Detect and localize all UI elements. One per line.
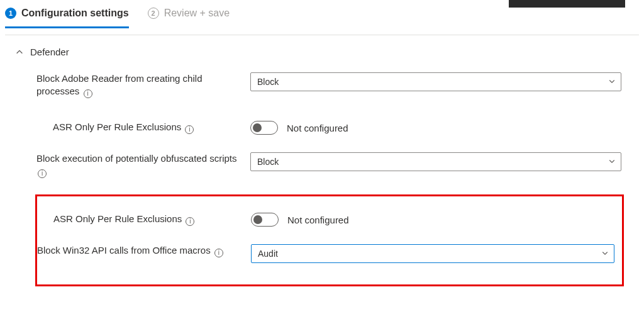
setting-row-asr-1: ASR Only Per Rule Exclusions i Not confi… [36, 110, 629, 146]
setting-control: Audit [251, 244, 622, 263]
setting-control: Block [250, 72, 629, 91]
select-value: Audit [258, 249, 278, 259]
wizard-step-review-save[interactable]: 2 Review + save [148, 4, 230, 28]
content-area: Defender Block Adobe Reader from creatin… [0, 35, 644, 305]
toggle-knob [253, 123, 262, 132]
toggle-state-label: Not configured [287, 215, 349, 225]
setting-label: Block Win32 API calls from Office macros… [37, 244, 251, 257]
setting-control: Block [250, 152, 629, 171]
select-win32[interactable]: Audit [251, 244, 614, 263]
info-icon[interactable]: i [214, 249, 223, 257]
group-header-defender[interactable]: Defender [15, 47, 629, 66]
info-icon[interactable]: i [186, 217, 194, 226]
setting-label: ASR Only Per Rule Exclusions i [53, 121, 250, 133]
step-number-badge: 2 [148, 8, 159, 19]
toggle-asr-2[interactable] [251, 213, 279, 227]
select-value: Block [257, 157, 279, 167]
setting-label: Block Adobe Reader from creating child p… [36, 72, 250, 97]
setting-label: ASR Only Per Rule Exclusions i [53, 213, 251, 225]
toggle-asr-1[interactable] [250, 121, 278, 135]
select-adobe[interactable]: Block [250, 72, 621, 91]
group-title: Defender [30, 47, 69, 57]
highlight-box: ASR Only Per Rule Exclusions i Not confi… [35, 194, 624, 286]
chevron-down-icon [601, 249, 609, 259]
step-label: Configuration settings [21, 8, 129, 19]
step-label: Review + save [164, 8, 230, 19]
select-value: Block [257, 77, 279, 87]
chevron-down-icon [608, 77, 616, 87]
chevron-down-icon [608, 157, 616, 167]
setting-control: Not configured [250, 121, 629, 135]
info-icon[interactable]: i [185, 125, 194, 134]
setting-row-obfuscated: Block execution of potentially obfuscate… [36, 146, 629, 189]
setting-control: Not configured [251, 213, 622, 227]
chevron-up-icon [15, 48, 24, 57]
toggle-state-label: Not configured [287, 123, 348, 133]
settings-list: Block Adobe Reader from creating child p… [15, 66, 629, 286]
toggle-knob [253, 215, 262, 224]
setting-label: Block execution of potentially obfuscate… [36, 152, 250, 177]
setting-row-win32: Block Win32 API calls from Office macros… [37, 238, 622, 276]
wizard-step-configuration-settings[interactable]: 1 Configuration settings [5, 4, 129, 28]
info-icon[interactable]: i [38, 169, 47, 178]
info-icon[interactable]: i [84, 89, 92, 98]
setting-row-adobe: Block Adobe Reader from creating child p… [36, 66, 629, 110]
select-obfuscated[interactable]: Block [250, 152, 621, 171]
setting-row-asr-2: ASR Only Per Rule Exclusions i Not confi… [37, 201, 622, 238]
step-number-badge: 1 [5, 8, 16, 19]
top-banner-fragment [509, 0, 625, 8]
